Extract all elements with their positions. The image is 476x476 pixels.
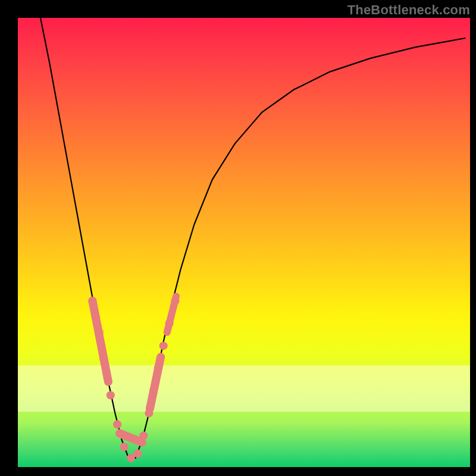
highlight-dot bbox=[133, 449, 142, 458]
highlight-dot bbox=[149, 387, 158, 395]
highlight-dot bbox=[159, 342, 168, 350]
highlight-dot bbox=[88, 297, 96, 305]
highlight-dot bbox=[145, 409, 153, 417]
highlight-dot bbox=[171, 297, 179, 305]
highlight-dot bbox=[139, 431, 148, 440]
highlight-dot bbox=[99, 355, 108, 364]
highlight-dot bbox=[154, 364, 162, 372]
watermark-text: TheBottleneck.com bbox=[347, 2, 470, 18]
highlight-dot bbox=[120, 443, 129, 451]
highlight-dot bbox=[165, 319, 174, 327]
highlight-dot bbox=[127, 454, 135, 462]
curve-layer bbox=[18, 18, 470, 467]
highlight-dot bbox=[107, 391, 115, 399]
highlight-segment bbox=[120, 433, 142, 442]
highlight-dot bbox=[92, 312, 100, 321]
highlight-segments bbox=[92, 296, 176, 442]
bottleneck-curve bbox=[40, 18, 465, 458]
highlight-dot bbox=[95, 328, 104, 337]
highlight-dot bbox=[113, 420, 121, 428]
chart-frame: TheBottleneck.com bbox=[0, 0, 476, 476]
